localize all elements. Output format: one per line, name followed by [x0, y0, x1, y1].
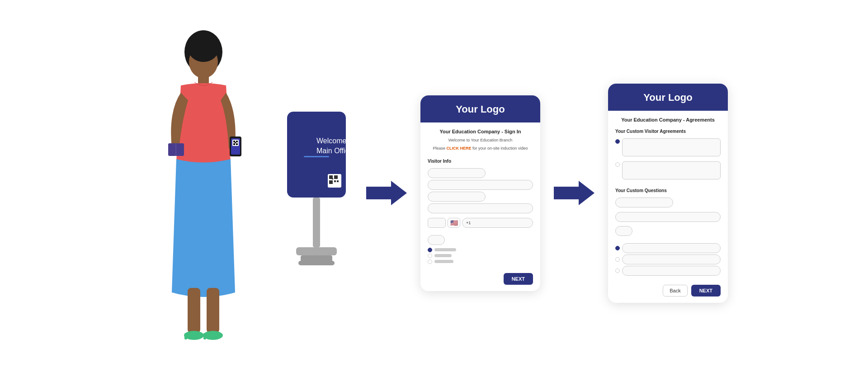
agreement-2	[615, 161, 721, 179]
visitor-inputs	[428, 168, 533, 213]
agreements-label: Your Custom Visitor Agreements	[615, 129, 721, 134]
svg-rect-25	[304, 156, 329, 157]
svg-rect-31	[337, 180, 339, 182]
svg-rect-19	[184, 333, 187, 339]
agree-radio-2[interactable]	[615, 162, 620, 167]
screen1-subtitle: Welcome to Your Education Branch	[428, 138, 533, 142]
svg-marker-38	[554, 181, 594, 205]
phone-row: 🇺🇸 +1	[428, 218, 533, 228]
phone-flag-sm	[428, 218, 446, 228]
svg-rect-32	[332, 178, 333, 179]
radio-label-3	[434, 260, 453, 263]
type-label-bar	[428, 235, 445, 245]
svg-rect-29	[329, 180, 333, 184]
visitor-info-label: Visitor Info	[428, 159, 533, 164]
svg-rect-28	[334, 175, 338, 179]
screen2-logo: Your Logo	[643, 92, 692, 103]
svg-rect-35	[301, 255, 332, 262]
custom-q-circle-3[interactable]	[615, 268, 620, 273]
svg-rect-11	[236, 143, 238, 145]
main-scene: Welcome to Main Office Your L	[0, 0, 868, 386]
phone-input-field[interactable]: +1	[462, 218, 533, 228]
svg-rect-9	[236, 141, 238, 142]
screen2-back-button[interactable]: Back	[663, 285, 687, 297]
screen1-link-row: Please CLICK HERE for your on-site induc…	[428, 146, 533, 151]
screen1-next-button[interactable]: NEXT	[504, 273, 533, 285]
kiosk-stand: Welcome to Main Office	[280, 107, 353, 279]
type-section	[428, 235, 533, 264]
radio-circle-2[interactable]	[428, 254, 432, 258]
screen2-header: Your Logo	[608, 84, 728, 111]
svg-rect-34	[296, 247, 337, 255]
address-input-field[interactable]	[428, 203, 533, 213]
agreement-1	[615, 138, 721, 156]
custom-q-circle-1[interactable]	[615, 246, 620, 250]
svg-rect-36	[298, 261, 335, 265]
agree-radio-1[interactable]	[615, 139, 620, 144]
phone-prefix: +1	[466, 221, 471, 225]
screen1-link-suffix: for your on-site induction video	[472, 146, 528, 151]
screen1-click-here[interactable]: CLICK HERE	[446, 146, 472, 151]
radio-circle-3[interactable]	[428, 259, 432, 264]
custom-q-label-bar	[615, 226, 632, 236]
screen1-footer: NEXT	[420, 268, 540, 291]
country-flag[interactable]: 🇺🇸	[448, 218, 460, 228]
company-input-field[interactable]	[428, 192, 486, 202]
screen2-title: Your Education Company - Agreements	[615, 117, 721, 122]
radio-option-3[interactable]	[428, 259, 533, 264]
screen1-title: Your Education Company - Sign In	[428, 129, 533, 134]
svg-rect-33	[313, 198, 320, 247]
email-input-field[interactable]	[428, 180, 533, 190]
sign-in-screen: Your Logo Your Education Company - Sign …	[420, 95, 540, 291]
screen2-next-button[interactable]: NEXT	[691, 285, 721, 297]
custom-q-input-1[interactable]	[615, 198, 673, 207]
name-input-field[interactable]	[428, 168, 486, 178]
radio-label-1	[434, 248, 456, 251]
svg-text:Welcome to: Welcome to	[316, 137, 348, 145]
screen1-logo: Your Logo	[456, 104, 505, 115]
svg-rect-15	[188, 288, 200, 333]
arrow-2	[554, 177, 594, 209]
radio-option-2[interactable]	[428, 254, 533, 258]
svg-marker-37	[366, 181, 407, 205]
radio-label-2	[434, 254, 452, 257]
svg-text:Main Office: Main Office	[316, 147, 348, 155]
custom-q-radio-2[interactable]	[615, 254, 721, 264]
agreements-screen: Your Logo Your Education Company - Agree…	[608, 84, 728, 303]
agree-textarea-1	[622, 138, 721, 156]
custom-q-option-2[interactable]	[622, 254, 721, 264]
custom-q-circle-2[interactable]	[615, 257, 620, 262]
screen2-body: Your Education Company - Agreements Your…	[608, 111, 728, 280]
visitor-type-options	[428, 248, 533, 264]
svg-point-3	[188, 35, 219, 62]
screen1-link-prefix: Please	[433, 146, 445, 151]
radio-circle-1[interactable]	[428, 248, 432, 252]
custom-q-radio-group	[615, 243, 721, 276]
questions-label: Your Custom Questions	[615, 188, 721, 193]
screen1-header: Your Logo	[420, 95, 540, 122]
svg-rect-20	[203, 333, 206, 339]
screen1-body: Your Education Company - Sign In Welcome…	[420, 122, 540, 268]
person-illustration	[140, 17, 267, 369]
svg-rect-30	[334, 180, 336, 182]
custom-q-option-1[interactable]	[622, 243, 721, 253]
arrow-1	[366, 177, 407, 209]
custom-q-input-2[interactable]	[615, 212, 721, 222]
custom-q-radio-3[interactable]	[615, 266, 721, 276]
svg-rect-16	[207, 288, 219, 333]
custom-q-radio-1[interactable]	[615, 243, 721, 253]
radio-option-1[interactable]	[428, 248, 533, 252]
screen2-footer: Back NEXT	[608, 280, 728, 303]
agree-textarea-2	[622, 161, 721, 179]
custom-q-option-3[interactable]	[622, 266, 721, 276]
svg-rect-12	[235, 142, 236, 143]
svg-rect-10	[233, 143, 235, 145]
